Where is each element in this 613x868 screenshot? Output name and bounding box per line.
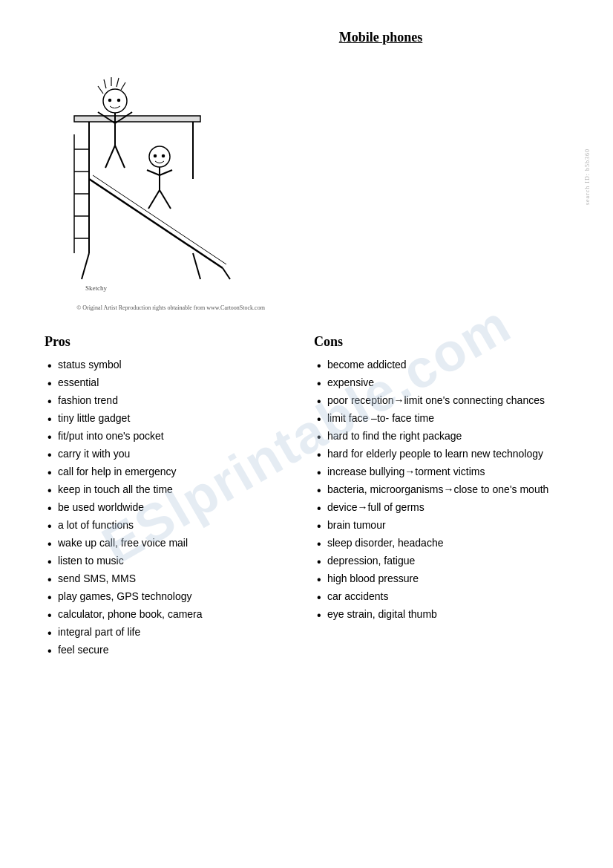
title-area: Mobile phones <box>45 30 568 45</box>
svg-line-19 <box>117 78 119 87</box>
list-item: tiny little gadget <box>45 411 299 426</box>
svg-text:Sketchy: Sketchy <box>85 284 107 292</box>
list-item: keep in touch all the time <box>45 482 299 497</box>
list-item: high blood pressure <box>314 571 568 587</box>
copyright-text: © Original Artist Reproduction rights ob… <box>45 304 297 312</box>
list-item: bacteria, microorganisms→close to one's … <box>314 482 568 497</box>
list-item: a lot of functions <box>45 518 299 533</box>
svg-line-13 <box>193 253 200 279</box>
svg-line-17 <box>104 79 106 88</box>
list-item: hard to find the right package <box>314 428 568 444</box>
list-item: call for help in emergency <box>45 464 299 480</box>
list-item: essential <box>45 375 299 391</box>
list-item: fashion trend <box>45 393 299 408</box>
svg-line-20 <box>121 82 125 90</box>
list-item: limit face –to- face time <box>314 411 568 426</box>
main-content: Pros status symbol essential fashion tre… <box>45 334 568 660</box>
list-item: become addicted <box>314 357 568 373</box>
svg-point-30 <box>163 155 165 157</box>
side-text: search ID: b5b360 <box>584 149 591 205</box>
list-item: status symbol <box>45 357 299 373</box>
list-item: be used worldwide <box>45 500 299 515</box>
cons-column: Cons become addicted expensive poor rece… <box>314 334 568 624</box>
list-item: play games, GPS technology <box>45 589 299 604</box>
svg-line-16 <box>98 86 103 94</box>
list-item: hard for elderly people to learn new tec… <box>314 446 568 462</box>
svg-line-14 <box>223 268 230 279</box>
pros-heading: Pros <box>45 334 299 350</box>
svg-line-4 <box>89 179 223 268</box>
page-title: Mobile phones <box>339 30 423 45</box>
top-section: Sketchy © Original Artist Reproduction r… <box>45 60 568 312</box>
list-item: integral part of life <box>45 624 299 640</box>
list-item: listen to music <box>45 553 299 569</box>
list-item: fit/put into one's pocket <box>45 428 299 444</box>
list-item: sleep disorder, headache <box>314 535 568 551</box>
illustration-svg: Sketchy <box>45 60 252 298</box>
list-item: device→full of germs <box>314 500 568 515</box>
illustration-area: Sketchy © Original Artist Reproduction r… <box>45 60 297 312</box>
list-item: send SMS, MMS <box>45 571 299 587</box>
svg-point-21 <box>109 99 111 102</box>
svg-point-22 <box>118 99 120 102</box>
page: ESlprintable.com search ID: b5b360 Mobil… <box>0 0 613 868</box>
list-item: car accidents <box>314 589 568 604</box>
svg-line-27 <box>115 146 125 168</box>
pros-list: status symbol essential fashion trend ti… <box>45 357 299 658</box>
svg-line-35 <box>160 190 171 209</box>
list-item: brain tumour <box>314 518 568 533</box>
svg-point-15 <box>103 89 127 113</box>
list-item: depression, fatigue <box>314 553 568 569</box>
svg-point-29 <box>154 155 157 157</box>
svg-line-26 <box>105 146 115 168</box>
list-item: feel secure <box>45 642 299 658</box>
svg-line-12 <box>82 253 89 279</box>
cons-heading: Cons <box>314 334 568 350</box>
list-item: carry it with you <box>45 446 299 462</box>
svg-line-34 <box>148 190 160 209</box>
list-item: wake up call, free voice mail <box>45 535 299 551</box>
svg-point-28 <box>149 146 170 167</box>
list-item: eye strain, digital thumb <box>314 607 568 622</box>
cons-list: become addicted expensive poor reception… <box>314 357 568 622</box>
svg-line-32 <box>147 170 160 175</box>
list-item: calculator, phone book, camera <box>45 607 299 622</box>
pros-column: Pros status symbol essential fashion tre… <box>45 334 299 660</box>
list-item: increase bullying→torment victims <box>314 464 568 480</box>
list-item: expensive <box>314 375 568 391</box>
svg-line-33 <box>160 170 172 175</box>
list-item: poor reception→limit one's connecting ch… <box>314 393 568 408</box>
svg-rect-3 <box>74 116 200 122</box>
